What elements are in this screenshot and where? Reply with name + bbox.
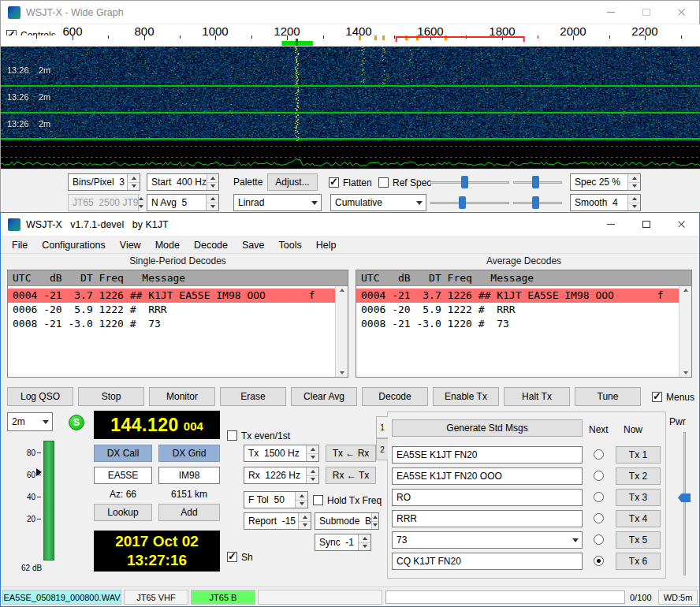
decode-row[interactable]: 0004 -21 3.7 1226 ## K1JT EA5SE IM98 OOO… [8,289,348,303]
ref-spec-checkbox[interactable]: Ref Spec [378,177,431,188]
spin-arrows-icon[interactable] [127,174,140,190]
main-titlebar[interactable]: WSJT-X v1.7.1-devel by K1JT [1,213,699,236]
dx-grid-field[interactable]: IM98 [158,467,220,484]
scroll-down-icon[interactable] [340,371,344,374]
spin-arrows-icon[interactable] [358,534,370,550]
spin-arrows-icon[interactable] [206,195,218,210]
waterfall-zero-slider[interactable] [513,175,562,189]
chevron-down-icon[interactable] [568,532,582,548]
wide-graph-titlebar[interactable]: WSJT-X - Wide Graph [1,1,699,24]
minimize-icon[interactable] [593,1,628,24]
band-combo[interactable]: 2m [7,412,53,431]
bins-pixel-spin[interactable]: Bins/Pixel 3 [68,173,140,191]
menu-mode[interactable]: Mode [148,236,187,253]
chevron-down-icon[interactable] [39,413,52,430]
menu-save[interactable]: Save [235,236,272,253]
close-icon[interactable] [664,1,699,24]
report-spin[interactable]: Report -15 [244,512,311,530]
spin-arrows-icon[interactable] [371,513,378,529]
spin-arrows-icon[interactable] [207,174,218,190]
menu-decode[interactable]: Decode [187,236,235,253]
rx-from-tx-button[interactable]: Rx ← Tx [326,467,376,484]
pwr-slider[interactable] [677,432,691,575]
hold-tx-freq-checkbox-box[interactable] [313,495,323,505]
decode-row[interactable]: 0008 -21 -3.0 1220 # 73 [356,317,691,331]
average-decodes-table[interactable]: UTC dB DT Freq Message 0004 -21 3.7 1226… [356,270,692,378]
tx-2-radio[interactable] [594,471,604,481]
stop-button[interactable]: Stop [78,387,144,406]
tx-1-radio[interactable] [594,449,604,460]
adjust-button[interactable]: Adjust... [267,173,318,191]
menu-file[interactable]: File [5,236,35,253]
sh-checkbox-box[interactable] [227,552,237,562]
rx-freq-spin[interactable]: Rx 1226 Hz [244,467,319,484]
spin-arrows-icon[interactable] [298,513,311,529]
start-hz-spin[interactable]: Start 400 Hz [147,173,219,191]
spin-arrows-icon[interactable] [627,174,640,190]
f-tol-spin[interactable]: F Tol 50 [244,491,308,508]
tab-1[interactable]: 1 [376,416,388,438]
sync-spin[interactable]: Sync -1 [315,534,371,551]
decode-row[interactable]: 0004 -21 3.7 1226 ## K1JT EA5SE IM98 OOO… [356,289,691,303]
spin-arrows-icon[interactable] [306,445,318,461]
tx-message-4-field[interactable]: RRR [392,510,583,527]
tx-from-rx-button[interactable]: Tx ← Rx [326,445,376,462]
spin-arrows-icon[interactable] [627,195,640,210]
tx-message-3-field[interactable]: RO [392,489,583,506]
decode-row[interactable]: 0006 -20 5.9 1222 # RRR [356,303,691,317]
tx-message-1-field[interactable]: EA5SE K1JT FN20 [392,446,583,464]
generate-std-msgs-button[interactable]: Generate Std Msgs [392,419,583,437]
tx-even-checkbox-box[interactable] [227,430,237,441]
scrollbar[interactable] [679,286,691,377]
n-avg-spin[interactable]: N Avg 5 [147,194,219,211]
enable-tx-button[interactable]: Enable Tx [433,387,499,406]
spectrum-zero-slider[interactable] [513,196,562,210]
hold-tx-freq-checkbox[interactable]: Hold Tx Freq [313,494,382,506]
tab-2[interactable]: 2 [376,438,388,460]
decode-button[interactable]: Decode [362,387,428,406]
dx-grid-button[interactable]: DX Grid [158,445,220,462]
menus-checkbox[interactable]: Menus [652,391,694,403]
waterfall-gain-slider[interactable] [430,175,509,189]
lookup-button[interactable]: Lookup [94,504,152,521]
add-button[interactable]: Add [158,504,220,521]
spin-arrows-icon[interactable] [295,492,307,508]
tx-message-2-field[interactable]: EA5SE K1JT FN20 OOO [392,467,583,485]
log-qso-button[interactable]: Log QSO [7,387,73,406]
tx-3-radio[interactable] [594,492,604,502]
erase-button[interactable]: Erase [220,387,286,406]
tx-2-button[interactable]: Tx 2 [616,467,661,485]
tx-message-6-field[interactable]: CQ K1JT FN20 [392,553,583,570]
flatten-checkbox-box[interactable] [329,177,339,188]
decode-row[interactable]: 0008 -21 -3.0 1220 # 73 [8,317,348,331]
frequency-scale[interactable]: Controls 600 800 1000 1200 1400 1600 180… [1,24,700,47]
tx-freq-spin[interactable]: Tx 1500 Hz [244,445,319,462]
waterfall[interactable]: 13:26 2m 13:26 2m 13:26 2m [1,47,700,141]
decode-row[interactable]: 0006 -20 5.9 1222 # RRR [8,303,348,317]
spin-arrows-icon[interactable] [306,467,318,483]
close-icon[interactable] [664,213,699,236]
spec-percent-spin[interactable]: Spec 25 % [570,173,641,191]
menu-view[interactable]: View [113,236,148,253]
menu-help[interactable]: Help [309,236,344,253]
spectrum-mode-combo[interactable]: Cumulative [330,194,426,211]
spectrum-gain-slider[interactable] [430,196,509,210]
dx-call-button[interactable]: DX Call [94,445,152,462]
monitor-button[interactable]: Monitor [149,387,215,406]
scrollbar[interactable] [335,286,348,377]
tx-even-checkbox[interactable]: Tx even/1st [227,430,290,441]
tx-3-button[interactable]: Tx 3 [616,489,661,506]
tx-1-button[interactable]: Tx 1 [616,446,661,464]
tx-6-button[interactable]: Tx 6 [616,553,661,570]
tune-button[interactable]: Tune [575,387,641,406]
smooth-spin[interactable]: Smooth 4 [570,194,641,211]
minimize-icon[interactable] [593,213,628,236]
scroll-up-icon[interactable] [340,289,344,292]
scroll-down-icon[interactable] [683,371,688,374]
chevron-down-icon[interactable] [307,195,321,210]
dx-call-field[interactable]: EA5SE [94,467,152,484]
menu-configurations[interactable]: Configurations [35,236,113,253]
tx-5-radio[interactable] [594,534,604,545]
tx-message-5-combo[interactable]: 73 [392,531,583,549]
tx-5-button[interactable]: Tx 5 [616,531,661,549]
